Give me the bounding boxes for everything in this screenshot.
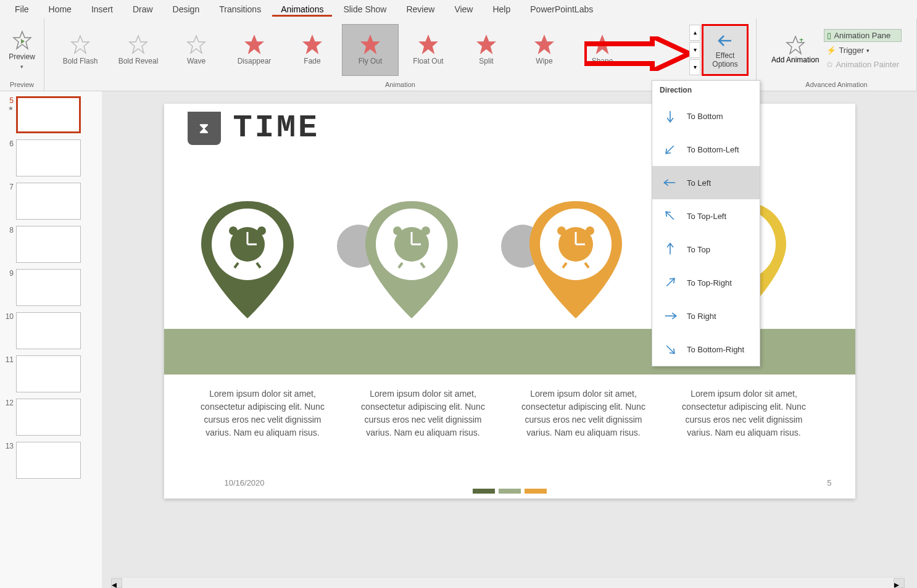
star-icon <box>418 35 438 54</box>
thumb-preview <box>16 139 81 176</box>
anim-label: Bold Reveal <box>118 57 159 65</box>
slide-canvas-area[interactable]: ⧗ TIME Lorem ipsum dolor sit amet, conse… <box>102 91 917 588</box>
direction-to-bottom[interactable]: To Bottom <box>652 99 760 133</box>
horizontal-scrollbar[interactable]: ◂ ▸ <box>111 577 905 588</box>
menu-slide-show[interactable]: Slide Show <box>334 2 395 17</box>
menu-animations[interactable]: Animations <box>272 2 332 17</box>
callout-arrow-icon <box>584 36 689 71</box>
direction-arrow-icon <box>662 108 678 124</box>
advanced-group-label: Advanced Animation <box>760 80 913 89</box>
thumbnail-panel[interactable]: 5★678910111213 <box>0 91 102 588</box>
thumbnail-5[interactable]: 5★ <box>2 96 99 133</box>
thumb-number: 12 <box>2 399 14 407</box>
thumb-preview <box>16 269 81 306</box>
ribbon: Preview ▾ Preview Bold FlashBold RevealW… <box>0 19 917 91</box>
trigger-button[interactable]: ⚡Trigger▾ <box>824 44 902 56</box>
trigger-label: Trigger <box>839 46 864 55</box>
animation-fly-out[interactable]: Fly Out <box>342 24 399 76</box>
preview-group: Preview ▾ Preview <box>0 19 44 91</box>
anim-label: Fly Out <box>359 57 383 65</box>
slide-title-block: ⧗ TIME <box>188 110 320 146</box>
direction-to-bottom-left[interactable]: To Bottom-Left <box>652 133 760 166</box>
animation-wipe[interactable]: Wipe <box>516 24 573 76</box>
scroll-left-button[interactable]: ◂ <box>111 578 122 588</box>
thumbnail-13[interactable]: 13 <box>2 442 99 479</box>
thumbnail-7[interactable]: 7 <box>2 183 99 220</box>
animation-fade[interactable]: Fade <box>284 24 341 76</box>
thumb-number: 9 <box>2 269 14 278</box>
animation-split[interactable]: Split <box>458 24 515 76</box>
effect-options-button[interactable]: Effect Options <box>702 24 749 76</box>
direction-label: To Right <box>687 312 716 321</box>
thumbnail-12[interactable]: 12 <box>2 399 99 436</box>
thumbnail-11[interactable]: 11 <box>2 355 99 392</box>
star-icon <box>360 35 380 54</box>
svg-line-52 <box>666 346 673 352</box>
thumb-preview <box>16 312 81 349</box>
menu-view[interactable]: View <box>446 2 481 17</box>
thumbnail-8[interactable]: 8 <box>2 226 99 263</box>
thumb-preview <box>16 399 81 436</box>
animation-pane-button[interactable]: ▯Animation Pane <box>824 29 902 42</box>
chevron-down-icon: ▾ <box>20 64 23 70</box>
thumb-preview <box>16 96 81 133</box>
gallery-up-button[interactable]: ▴ <box>689 25 700 41</box>
direction-to-top[interactable]: To Top <box>652 233 760 266</box>
animation-wave[interactable]: Wave <box>168 24 225 76</box>
thumb-number: 5★ <box>2 96 14 112</box>
body-text-col-1: Lorem ipsum dolor sit amet, consectetur … <box>355 387 491 439</box>
preview-group-label: Preview <box>4 80 40 89</box>
thumbnail-6[interactable]: 6 <box>2 139 99 176</box>
thumb-preview <box>16 442 81 479</box>
preview-button[interactable]: Preview ▾ <box>9 30 35 70</box>
menu-transitions[interactable]: Transitions <box>210 2 270 17</box>
direction-label: To Top <box>687 245 710 254</box>
direction-arrow-icon <box>662 308 678 324</box>
star-icon <box>186 35 206 54</box>
direction-arrow-icon <box>662 341 678 357</box>
gallery-down-button[interactable]: ▾ <box>689 42 700 58</box>
animation-bold-reveal[interactable]: Bold Reveal <box>110 24 167 76</box>
menu-help[interactable]: Help <box>484 2 519 17</box>
body-text-row: Lorem ipsum dolor sit amet, consectetur … <box>195 387 824 439</box>
timeline-pin-0 <box>195 195 300 327</box>
body-text-col-3: Lorem ipsum dolor sit amet, consectetur … <box>676 387 812 439</box>
add-animation-button[interactable]: + Add Animation <box>771 35 819 64</box>
direction-to-top-left[interactable]: To Top-Left <box>652 199 760 233</box>
svg-text:+: + <box>799 36 803 44</box>
scroll-track[interactable] <box>122 579 894 587</box>
direction-to-top-right[interactable]: To Top-Right <box>652 266 760 299</box>
menu-design[interactable]: Design <box>164 2 209 17</box>
svg-marker-1 <box>72 36 89 53</box>
scroll-right-button[interactable]: ▸ <box>894 578 905 588</box>
anim-label: Float Out <box>413 57 443 65</box>
preview-star-icon <box>12 30 32 50</box>
star-icon <box>128 35 148 54</box>
direction-to-bottom-right[interactable]: To Bottom-Right <box>652 333 760 366</box>
menu-home[interactable]: Home <box>40 2 80 17</box>
menu-bar: FileHomeInsertDrawDesignTransitionsAnima… <box>0 0 917 19</box>
direction-arrow-icon <box>662 175 678 191</box>
menu-powerpointlabs[interactable]: PowerPointLabs <box>521 2 602 17</box>
svg-point-32 <box>586 226 594 235</box>
svg-marker-2 <box>130 36 147 53</box>
direction-to-right[interactable]: To Right <box>652 299 760 333</box>
animation-float-out[interactable]: Float Out <box>400 24 457 76</box>
timeline-pin-1 <box>359 195 464 327</box>
animation-painter-button[interactable]: ✩Animation Painter <box>824 59 902 70</box>
menu-file[interactable]: File <box>6 2 38 17</box>
animation-disappear[interactable]: Disappear <box>226 24 283 76</box>
menu-draw[interactable]: Draw <box>124 2 162 17</box>
gallery-more-button[interactable]: ▾ <box>689 59 700 75</box>
menu-review[interactable]: Review <box>397 2 443 17</box>
animation-bold-flash[interactable]: Bold Flash <box>52 24 109 76</box>
menu-insert[interactable]: Insert <box>83 2 122 17</box>
direction-to-left[interactable]: To Left <box>652 166 760 199</box>
svg-point-15 <box>229 226 238 235</box>
star-icon <box>70 35 90 54</box>
lightning-icon: ⚡ <box>826 46 836 55</box>
svg-marker-9 <box>536 36 553 53</box>
thumbnail-9[interactable]: 9 <box>2 269 99 306</box>
thumbnail-10[interactable]: 10 <box>2 312 99 349</box>
painter-icon: ✩ <box>826 60 833 69</box>
